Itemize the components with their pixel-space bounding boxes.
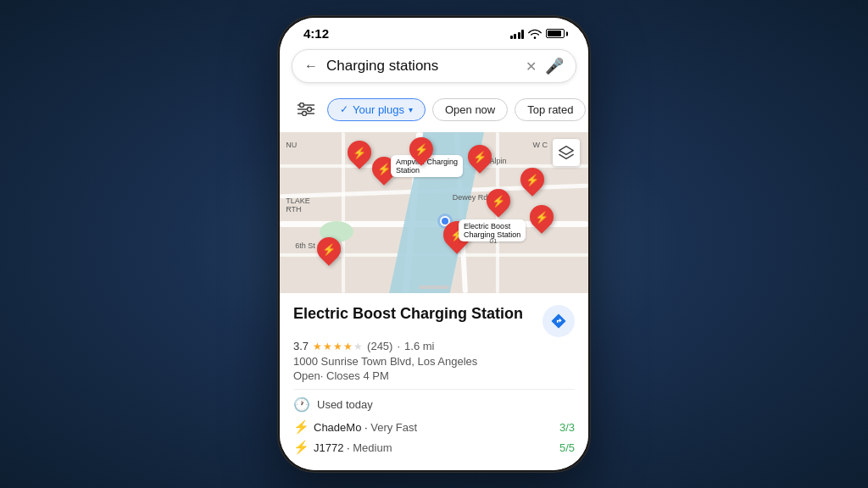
search-text: Charging stations <box>326 58 517 75</box>
review-count: (245) <box>367 340 392 352</box>
wifi-icon <box>528 29 542 39</box>
map-label-nu: NU <box>286 141 297 149</box>
open-status: Open· Closes 4 PM <box>293 369 575 382</box>
clock-icon: 🕐 <box>293 396 310 413</box>
rating-row: 3.7 ★ ★ ★ ★ ★ (245) · 1.6 mi <box>293 340 575 352</box>
charger-row-1: ⚡ J1772 · Medium 5/5 <box>293 440 575 455</box>
filter-bar: ✓ Your plugs ▾ Open now Top rated <box>280 92 588 132</box>
charger-availability-0: 3/3 <box>559 421 575 434</box>
directions-icon <box>550 313 567 330</box>
phone-frame: 4:12 ← <box>277 15 591 473</box>
battery-icon <box>546 29 565 38</box>
charging-pin-6[interactable] <box>530 205 555 235</box>
place-card: Electric Boost Charging Station 3.7 ★ ★ … <box>280 293 588 470</box>
clear-button[interactable]: ✕ <box>526 58 537 75</box>
star-rating: ★ ★ ★ ★ ★ <box>313 341 363 352</box>
divider <box>293 389 575 390</box>
signal-icon <box>510 29 525 39</box>
map-label-dewey: Dewey Rd <box>453 193 488 202</box>
place-address: 1000 Sunrise Town Blvd, Los Angeles <box>293 355 575 368</box>
top-rated-label: Top rated <box>527 103 573 116</box>
svg-point-3 <box>300 103 304 108</box>
bolt-icon-1: ⚡ <box>293 440 307 455</box>
map-label-wc: W C <box>532 141 548 149</box>
svg-point-5 <box>303 112 307 116</box>
map-view[interactable]: TLAKERTH 6th St Dewey Rd Alpin W C NU Av… <box>280 132 588 293</box>
open-now-label: Open now <box>445 103 495 116</box>
map-label-6th: 6th St <box>295 241 315 250</box>
charger-availability-1: 5/5 <box>559 441 575 454</box>
rating-number: 3.7 <box>293 340 309 352</box>
open-now-filter[interactable]: Open now <box>432 98 508 121</box>
filter-adjust-button[interactable] <box>292 95 320 124</box>
star-1: ★ <box>313 341 322 352</box>
star-4: ★ <box>343 341 353 352</box>
chevron-down-icon: ▾ <box>409 105 413 114</box>
top-rated-filter[interactable]: Top rated <box>515 98 586 121</box>
mic-button[interactable]: 🎤 <box>545 57 564 75</box>
status-time: 4:12 <box>303 26 329 41</box>
directions-button[interactable] <box>542 305 575 337</box>
phone-screen: 4:12 ← <box>280 18 588 470</box>
check-icon: ✓ <box>340 103 348 115</box>
back-button[interactable]: ← <box>304 58 318 74</box>
used-today-text: Used today <box>317 398 373 411</box>
charging-pin-5[interactable] <box>520 168 546 197</box>
closes-text: · Closes 4 PM <box>320 369 389 382</box>
place-name: Electric Boost Charging Station <box>293 305 534 324</box>
your-plugs-label: Your plugs <box>353 103 404 116</box>
charging-pin-bottom[interactable] <box>317 237 342 267</box>
search-bar[interactable]: ← Charging stations ✕ 🎤 <box>292 49 576 83</box>
charging-pin-near[interactable] <box>487 189 512 219</box>
star-3: ★ <box>333 341 342 352</box>
drag-handle[interactable] <box>419 286 449 289</box>
map-label-tlake: TLAKERTH <box>286 197 310 214</box>
map-number: 01 <box>490 237 498 245</box>
charger-name-1: J1772 · Medium <box>314 441 553 454</box>
your-plugs-filter[interactable]: ✓ Your plugs ▾ <box>327 98 426 121</box>
star-2: ★ <box>323 341 332 352</box>
bolt-icon-0: ⚡ <box>293 419 307 435</box>
charging-pin-1[interactable] <box>348 141 373 170</box>
charging-pin-4[interactable] <box>468 145 493 175</box>
status-icons <box>510 29 565 39</box>
svg-point-4 <box>308 108 312 112</box>
charging-pin-3[interactable] <box>409 137 435 167</box>
search-container: ← Charging stations ✕ 🎤 <box>280 44 588 92</box>
map-layer-button[interactable] <box>553 139 580 166</box>
status-bar: 4:12 <box>280 18 588 44</box>
charger-name-0: ChadeMo · Very Fast <box>314 421 553 434</box>
charger-row-0: ⚡ ChadeMo · Very Fast 3/3 <box>293 419 575 435</box>
star-5: ★ <box>353 341 363 352</box>
used-today-row: 🕐 Used today <box>293 396 575 413</box>
distance: 1.6 mi <box>404 340 434 352</box>
place-header: Electric Boost Charging Station <box>293 305 575 337</box>
